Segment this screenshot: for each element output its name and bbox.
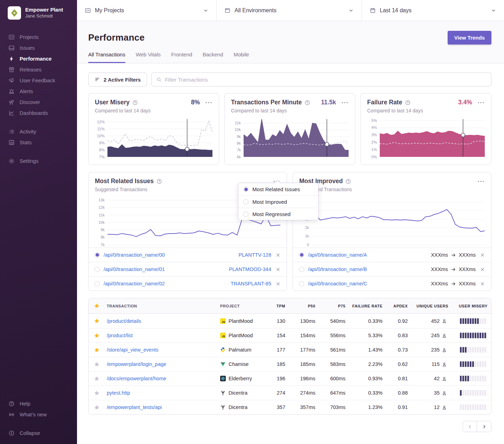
help-icon[interactable] <box>405 100 411 105</box>
tab-backend[interactable]: Backend <box>203 51 223 63</box>
date-range-selector[interactable]: Last 14 days <box>362 0 504 21</box>
issue-tag-link[interactable]: TRANSPLANT-85 <box>231 281 271 286</box>
close-icon[interactable] <box>275 281 281 286</box>
radio-button[interactable] <box>299 281 304 286</box>
sidebar-item-discover[interactable]: Discover <box>0 97 77 107</box>
column-header[interactable]: TPM <box>266 304 289 308</box>
tpm-value: 357 <box>266 404 289 410</box>
tab-web-vitals[interactable]: Web Vitals <box>136 51 161 63</box>
star-icon[interactable] <box>94 347 100 353</box>
transaction-link[interactable]: /api/0/transaction_name/00 <box>104 252 165 258</box>
project-selector-label: My Projects <box>95 7 124 14</box>
ellipsis-menu-icon[interactable] <box>477 178 485 185</box>
sidebar-item-help[interactable]: Help <box>0 398 77 409</box>
next-page-button[interactable] <box>477 421 491 432</box>
sidebar-item-user-feedback[interactable]: User Feedback <box>0 75 77 86</box>
issue-tag-link[interactable]: PLANTMOOD-344 <box>229 266 271 272</box>
column-header[interactable]: P50 <box>289 304 319 308</box>
column-header[interactable]: APDEX <box>386 304 411 308</box>
sidebar-item-settings[interactable]: Settings <box>0 155 77 166</box>
transaction-link[interactable]: /api/0/transaction_name/02 <box>104 281 165 286</box>
ellipsis-menu-icon[interactable] <box>477 99 485 106</box>
svg-text:10k: 10k <box>234 127 241 132</box>
alerts-icon <box>8 88 15 95</box>
sidebar-item-dashboards[interactable]: Dashboards <box>0 107 77 118</box>
close-icon[interactable] <box>480 281 485 286</box>
help-icon[interactable] <box>132 100 138 105</box>
transaction-link[interactable]: /empowerplant/login_page <box>105 361 220 367</box>
project-selector[interactable]: My Projects <box>77 0 217 21</box>
column-header[interactable]: FAILURE RATE <box>349 304 386 308</box>
star-icon[interactable] <box>94 404 100 410</box>
sidebar-item-issues[interactable]: Issues <box>0 42 77 53</box>
close-icon[interactable] <box>480 267 485 272</box>
transaction-link[interactable]: /product/list <box>105 333 220 338</box>
star-icon[interactable] <box>94 376 100 382</box>
sidebar-item-alerts[interactable]: Alerts <box>0 86 77 97</box>
org-header[interactable]: Empower Plant Jane Schmidt <box>0 0 77 23</box>
sidebar-item-projects[interactable]: Projects <box>0 32 77 42</box>
menu-item-most-improved[interactable]: Most Improved <box>238 195 318 208</box>
sidebar-item-what-s-new[interactable]: What’s new <box>0 409 77 420</box>
star-icon[interactable] <box>94 361 100 367</box>
sidebar-item-collapse[interactable]: Collapse <box>0 428 77 438</box>
widget-menu-dropdown: Most Related IssuesMost ImprovedMost Reg… <box>238 183 318 220</box>
prev-page-button[interactable] <box>463 421 477 432</box>
search-input[interactable] <box>165 77 486 83</box>
svg-text:3%: 3% <box>371 133 377 137</box>
close-icon[interactable] <box>480 252 485 258</box>
tab-mobile[interactable]: Mobile <box>233 51 249 63</box>
help-icon[interactable] <box>304 100 310 105</box>
transaction-link[interactable]: /api/0/transaction_name/C <box>308 281 367 286</box>
environment-selector[interactable]: All Environments <box>217 0 362 21</box>
transaction-link[interactable]: /store/api_view_events <box>105 347 220 353</box>
help-icon[interactable] <box>345 179 351 184</box>
search-box[interactable] <box>151 72 491 86</box>
transaction-link[interactable]: /api/0/transaction_name/B <box>308 266 367 272</box>
menu-item-most-regressed[interactable]: Most Regressed <box>238 208 318 220</box>
svg-text:1%: 1% <box>371 147 377 152</box>
view-trends-button[interactable]: View Trends <box>448 31 491 44</box>
star-icon[interactable] <box>94 390 100 396</box>
radio-button[interactable] <box>94 281 100 286</box>
column-header[interactable]: PROJECT <box>220 304 266 308</box>
transaction-link[interactable]: /api/0/transaction_name/01 <box>104 266 165 272</box>
radio-button[interactable] <box>299 252 304 258</box>
column-header[interactable]: UNIQUE USERS <box>411 304 452 308</box>
dicentra-project-icon <box>220 404 226 410</box>
column-header[interactable]: USER MISERY <box>452 304 491 308</box>
issue-tag-link[interactable]: PLANTTV-128 <box>239 252 272 258</box>
sidebar-item-activity[interactable]: Activity <box>0 126 77 137</box>
tab-frontend[interactable]: Frontend <box>171 51 192 63</box>
transaction-link[interactable]: /api/0/transaction_name/A <box>308 252 367 258</box>
help-icon[interactable] <box>156 179 162 184</box>
tab-all-transactions[interactable]: All Transactions <box>88 51 125 63</box>
transaction-link[interactable]: pytest.http <box>105 390 220 396</box>
page-header: Performance View Trends All Transactions… <box>77 21 504 63</box>
sidebar-footer: HelpWhat’s newCollapse <box>0 398 77 444</box>
sidebar-item-performance[interactable]: Performance <box>0 53 77 64</box>
radio-button[interactable] <box>94 252 100 258</box>
project-name: Elderberry <box>229 376 252 381</box>
active-filters-button[interactable]: 2 Active Filters <box>88 72 147 86</box>
radio-button[interactable] <box>94 267 100 272</box>
menu-item-most-related-issues[interactable]: Most Related Issues <box>238 183 318 195</box>
ellipsis-menu-icon[interactable] <box>341 99 349 106</box>
svg-text:2%: 2% <box>371 140 377 144</box>
card-title: User Misery <box>95 99 138 106</box>
close-icon[interactable] <box>275 252 281 258</box>
star-icon[interactable] <box>94 318 100 324</box>
ellipsis-menu-icon[interactable] <box>205 99 212 106</box>
close-icon[interactable] <box>275 267 281 272</box>
column-header[interactable]: TRANSACTION <box>105 304 220 308</box>
transaction-link[interactable]: /docs/empowerplant/home <box>105 376 220 381</box>
star-icon[interactable] <box>94 333 100 339</box>
sidebar-item-stats[interactable]: Stats <box>0 137 77 148</box>
radio-button <box>243 187 248 192</box>
project-name: Dicentra <box>229 404 247 410</box>
column-header[interactable]: P75 <box>319 304 349 308</box>
transaction-link[interactable]: /empowerplant_tests/api <box>105 404 220 410</box>
sidebar-item-releases[interactable]: Releases <box>0 64 77 75</box>
radio-button[interactable] <box>299 267 304 272</box>
transaction-link[interactable]: /product/details <box>105 318 220 324</box>
